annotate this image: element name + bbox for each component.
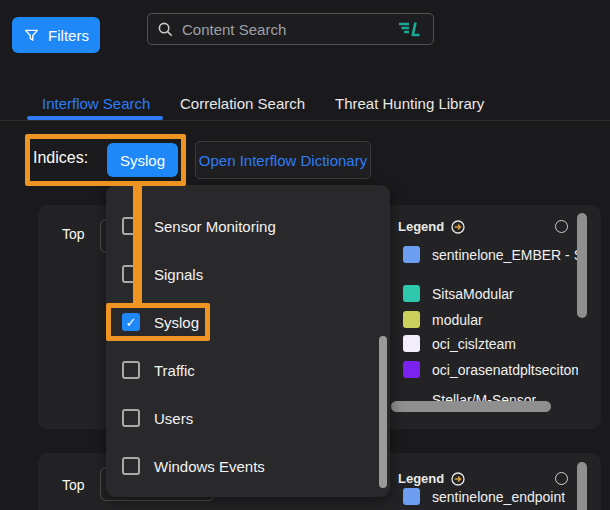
legend-swatch	[403, 361, 420, 378]
legend-label: SitsaModular	[432, 286, 514, 302]
legend-label: modular	[432, 312, 483, 328]
checkbox-windows-events[interactable]: ✓	[122, 457, 140, 475]
app-window: Filters Interflow Search Correlation Sea…	[0, 0, 610, 510]
legend-swatch	[403, 311, 420, 328]
checkbox-traffic[interactable]: ✓	[122, 361, 140, 379]
legend-item[interactable]: SitsaModular	[403, 285, 514, 302]
top-label: Top	[62, 226, 85, 242]
menu-item-windows-events[interactable]: ✓ Windows Events	[122, 457, 265, 475]
lucene-query-icon[interactable]	[398, 21, 424, 37]
menu-item-sensor-monitoring[interactable]: ✓ Sensor Monitoring	[122, 217, 276, 235]
legend-item[interactable]: modular	[403, 311, 483, 328]
filter-funnel-icon	[23, 27, 40, 44]
annotation-connector-line	[133, 185, 142, 303]
legend-arrow-icon[interactable]	[451, 220, 465, 234]
menu-item-users[interactable]: ✓ Users	[122, 409, 193, 427]
legend-swatch	[403, 335, 420, 352]
legend-label: sentinelone_EMBER - S	[432, 247, 578, 263]
legend-arrow-icon[interactable]	[451, 472, 465, 486]
menu-item-label: Sensor Monitoring	[154, 218, 276, 235]
open-interflow-dictionary-button[interactable]: Open Interflow Dictionary	[195, 141, 371, 179]
menu-item-label: Signals	[154, 266, 203, 283]
annotation-box-indices	[25, 134, 186, 186]
menu-item-traffic[interactable]: ✓ Traffic	[122, 361, 195, 379]
menu-item-label: Traffic	[154, 362, 195, 379]
content-search-box	[147, 13, 434, 45]
menu-item-label: Windows Events	[154, 458, 265, 475]
legend-item[interactable]: sentinelone_endpoint	[403, 488, 565, 505]
legend-swatch	[403, 246, 420, 263]
indices-dropdown-menu: ✓ Sensor Monitoring ✓ Signals ✓ Syslog ✓…	[106, 185, 390, 497]
legend-item[interactable]: sentinelone_EMBER - S	[403, 246, 578, 263]
legend-horizontal-scrollbar[interactable]	[391, 401, 551, 412]
legend-label: oci_cislzteam	[432, 336, 516, 352]
legend-header: Legend	[398, 219, 465, 234]
legend-swatch	[403, 488, 420, 505]
tab-interflow-search[interactable]: Interflow Search	[42, 95, 150, 112]
content-search-input[interactable]	[180, 20, 392, 39]
checkbox-users[interactable]: ✓	[122, 409, 140, 427]
legend-item[interactable]: oci_cislzteam	[403, 335, 516, 352]
legend-swatch	[403, 285, 420, 302]
filters-button[interactable]: Filters	[12, 17, 100, 53]
legend-title: Legend	[398, 219, 444, 234]
legend-title: Legend	[398, 471, 444, 486]
annotation-box-syslog-option	[106, 303, 210, 341]
legend-label: sentinelone_endpoint	[432, 489, 565, 505]
legend-label: oci_orasenatdpltsecitom	[432, 362, 578, 378]
tab-correlation-search[interactable]: Correlation Search	[180, 95, 305, 112]
tab-threat-hunting-library[interactable]: Threat Hunting Library	[335, 95, 484, 112]
top-label: Top	[62, 477, 85, 493]
legend-item[interactable]: oci_orasenatdpltsecitom	[403, 361, 578, 378]
tabs-divider	[0, 120, 610, 121]
search-icon	[157, 21, 174, 38]
panel-circle-icon[interactable]	[555, 220, 568, 233]
filters-button-label: Filters	[48, 27, 89, 44]
panel-circle-icon[interactable]	[555, 472, 568, 485]
dropdown-scrollbar[interactable]	[379, 336, 387, 488]
legend-vertical-scrollbar[interactable]	[577, 462, 587, 510]
legend-header: Legend	[398, 471, 465, 486]
menu-item-label: Users	[154, 410, 193, 427]
legend-vertical-scrollbar[interactable]	[577, 213, 587, 318]
